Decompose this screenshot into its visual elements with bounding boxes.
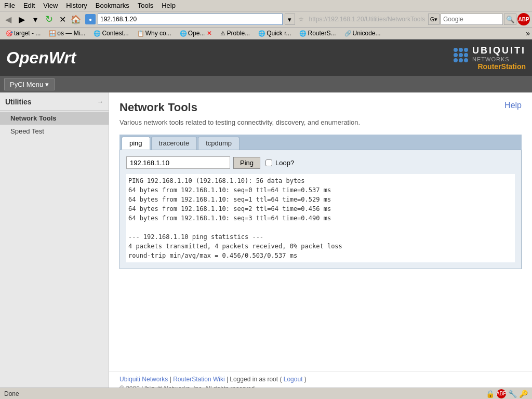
tab-tcpdump[interactable]: tcpdump	[198, 137, 240, 150]
bookmark-router-icon: 🌐	[299, 30, 307, 37]
ubiquiti-logo: UBIQUITI NETWORKS RouterStation	[454, 45, 526, 71]
menu-view[interactable]: View	[41, 1, 60, 10]
bookmark-ope[interactable]: 🌐 Ope... ✕	[176, 29, 216, 38]
bookmarks-bar: 🎯 target - ... 🪟 os — Mi... 🌐 Contest...…	[0, 28, 532, 39]
bookmark-problem[interactable]: ⚠ Proble...	[217, 29, 254, 38]
main-layout: Utilities → Network Tools Speed Test Net…	[0, 92, 532, 399]
routerstation-wiki-link[interactable]: RouterStation Wiki	[173, 376, 224, 383]
bookmark-why-label: Why co...	[145, 30, 171, 37]
sidebar-arrow-icon: →	[97, 98, 103, 105]
bookmark-os-label: os — Mi...	[57, 30, 85, 37]
page-title: Network Tools	[119, 101, 197, 114]
bookmark-problem-icon: ⚠	[220, 30, 225, 37]
status-bar: Done 🔒 ABP 🔧 🔑	[0, 388, 532, 399]
ping-input[interactable]	[126, 156, 230, 169]
app-header: OpenWrt UBIQUITI NETWORKS RouterStation	[0, 39, 532, 76]
address-icon: ●	[85, 14, 96, 24]
loop-label: Loop?	[275, 159, 294, 167]
status-icons: 🔒 ABP 🔧 🔑	[486, 389, 528, 398]
stop-button[interactable]: ✕	[56, 13, 69, 25]
shield-icon: ABP	[497, 389, 506, 398]
toolbar: ◀ ▶ ▾ ↻ ✕ 🏠 ● ▾ ☆ https://192.168.1.20/U…	[0, 11, 532, 28]
address-url: https://192.168.1.20/Utilities/NetworkTo…	[309, 16, 425, 23]
content-area: Network Tools Help Various network tools…	[109, 92, 532, 371]
content-wrapper: Network Tools Help Various network tools…	[109, 92, 532, 399]
bookmark-why[interactable]: 📋 Why co...	[134, 29, 175, 38]
ubiquiti-networks: NETWORKS	[472, 56, 526, 62]
star-icon[interactable]: ☆	[297, 16, 305, 23]
menu-history[interactable]: History	[64, 1, 89, 10]
tab-ping[interactable]: ping	[122, 137, 150, 150]
bookmark-router[interactable]: 🌐 RouterS...	[296, 29, 339, 38]
tab-traceroute[interactable]: traceroute	[151, 137, 197, 150]
logout-link[interactable]: Logout	[284, 376, 303, 383]
abp-button[interactable]: ABP	[517, 13, 530, 25]
abp-label: ABP	[518, 17, 529, 22]
pyci-menu-arrow: ▾	[45, 81, 49, 88]
address-bar: ● ▾ ☆ https://192.168.1.20/Utilities/Net…	[85, 14, 425, 25]
menu-tools[interactable]: Tools	[136, 1, 155, 10]
content-description: Various network tools related to testing…	[119, 118, 522, 126]
status-text: Done	[4, 390, 19, 397]
sidebar-item-speed-test[interactable]: Speed Test	[0, 125, 109, 138]
bookmark-unicode-icon: 🔗	[344, 30, 352, 37]
bookmark-ope-icon: 🌐	[180, 30, 187, 37]
loop-checkbox[interactable]	[265, 159, 272, 166]
sidebar-section-label: Utilities	[5, 98, 32, 106]
sidebar-divider	[0, 110, 109, 111]
bookmarks-more-button[interactable]: »	[526, 29, 530, 37]
menu-bar: File Edit View History Bookmarks Tools H…	[0, 0, 532, 11]
bookmark-target[interactable]: 🎯 target - ...	[2, 29, 44, 38]
settings-icon: 🔧	[508, 390, 517, 398]
footer-logged-in: | Logged in as root (	[227, 376, 282, 383]
bookmark-quick[interactable]: 🌐 Quick r...	[255, 29, 295, 38]
sidebar-item-network-tools[interactable]: Network Tools	[0, 112, 109, 125]
bookmark-quick-label: Quick r...	[267, 30, 291, 37]
pyci-menu-button[interactable]: PyCI Menu ▾	[4, 78, 55, 90]
dropdown-history-button[interactable]: ▾	[29, 13, 42, 25]
bookmark-os[interactable]: 🪟 os — Mi...	[45, 29, 89, 38]
bookmark-close-icon: ✕	[207, 30, 212, 37]
menu-edit[interactable]: Edit	[21, 1, 37, 10]
bookmark-contest-icon: 🌐	[94, 30, 101, 37]
search-go-button[interactable]: 🔍	[504, 14, 516, 25]
bookmark-os-icon: 🪟	[49, 30, 56, 37]
pyci-menu-label: PyCI Menu	[10, 81, 43, 88]
address-dropdown[interactable]: ▾	[285, 14, 295, 25]
home-button[interactable]: 🏠	[70, 13, 82, 25]
bookmark-contest[interactable]: 🌐 Contest...	[90, 29, 132, 38]
ubiquiti-brand: UBIQUITI	[472, 45, 526, 56]
bookmark-why-icon: 📋	[137, 30, 144, 37]
forward-button[interactable]: ▶	[16, 13, 28, 25]
router-station-label: RouterStation	[477, 62, 526, 71]
app-logo: OpenWrt	[6, 48, 76, 68]
menu-file[interactable]: File	[2, 1, 17, 10]
help-link[interactable]: Help	[504, 101, 522, 110]
logo-text: OpenWrt	[6, 48, 76, 67]
lock-icon: 🔒	[486, 390, 495, 398]
bookmark-unicode[interactable]: 🔗 Unicode...	[341, 29, 384, 38]
bookmark-unicode-label: Unicode...	[353, 30, 381, 37]
sidebar-header: Utilities →	[0, 95, 109, 109]
ubiquiti-networks-link[interactable]: Ubiquiti Networks	[119, 376, 168, 383]
bookmark-problem-label: Proble...	[227, 30, 250, 37]
ping-output: PING 192.168.1.10 (192.168.1.10): 56 dat…	[126, 174, 515, 262]
bookmark-contest-label: Contest...	[102, 30, 128, 37]
bookmark-target-label: target - ...	[14, 30, 41, 37]
tabs-container: ping traceroute tcpdump	[119, 135, 522, 150]
bookmark-target-icon: 🎯	[6, 30, 13, 37]
menu-bookmarks[interactable]: Bookmarks	[94, 1, 131, 10]
sidebar: Utilities → Network Tools Speed Test	[0, 92, 109, 399]
bookmark-quick-icon: 🌐	[258, 30, 265, 37]
content-header: Network Tools Help	[119, 101, 522, 114]
search-input[interactable]	[441, 14, 503, 25]
reload-button[interactable]: ↻	[43, 13, 55, 25]
bookmark-ope-label: Ope...	[188, 30, 205, 37]
address-input[interactable]	[98, 14, 283, 25]
ping-button[interactable]: Ping	[233, 157, 260, 169]
tool-panel: Ping Loop? PING 192.168.1.10 (192.168.1.…	[119, 150, 522, 269]
key-icon: 🔑	[519, 390, 528, 398]
back-button[interactable]: ◀	[2, 13, 15, 25]
menu-help[interactable]: Help	[159, 1, 178, 10]
search-engine-button[interactable]: G▾	[428, 14, 440, 25]
